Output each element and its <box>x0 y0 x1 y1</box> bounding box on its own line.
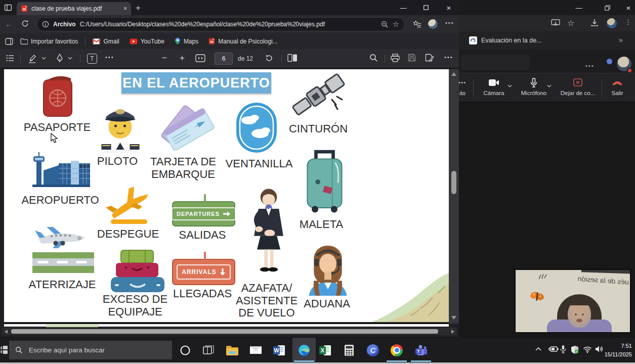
more-button[interactable]: ••• ás <box>455 77 470 96</box>
zoom-level-icon[interactable] <box>381 21 389 28</box>
meeting-header-strip: ••• <box>459 50 635 73</box>
tray-chevron-icon[interactable] <box>535 347 541 351</box>
search-input[interactable] <box>28 346 159 354</box>
chevron-down-icon[interactable] <box>41 57 46 60</box>
tray-microphone-icon[interactable] <box>560 345 566 353</box>
tab-close-icon[interactable]: × <box>123 5 127 12</box>
svg-text:T: T <box>417 349 420 354</box>
minimize-button[interactable]: — <box>396 1 411 14</box>
scroll-up-icon[interactable] <box>451 72 456 76</box>
task-view-button[interactable] <box>197 339 220 361</box>
fit-width-icon[interactable] <box>195 54 205 62</box>
taskbar-search[interactable] <box>9 341 172 359</box>
rotate-icon[interactable] <box>265 54 273 62</box>
file-explorer-button[interactable] <box>221 339 243 361</box>
back-icon[interactable]: ← <box>5 20 13 28</box>
favorite-star-icon[interactable]: ☆ <box>393 20 399 29</box>
bookmark-star-icon[interactable]: ☆ <box>567 18 574 28</box>
favorite-maps[interactable]: Maps <box>172 37 201 45</box>
horizontal-scroll-thumb[interactable] <box>11 329 438 334</box>
pdf-horizontal-scrollbar[interactable] <box>2 328 457 335</box>
maps-pin-icon <box>175 37 181 45</box>
zoom-in-icon[interactable]: + <box>180 53 185 63</box>
favorite-gmail[interactable]: Gmail <box>90 38 122 45</box>
page-view-icon[interactable] <box>287 54 298 62</box>
pdf-file-icon <box>208 38 215 44</box>
mail-button[interactable] <box>244 339 267 361</box>
navigation-bar: ← Archivo C:/Users/Usuario/Desktop/clase… <box>0 15 459 33</box>
favorites-bar: Importar favoritos Gmail YouTube Maps <box>0 33 459 49</box>
favorite-manual[interactable]: Manual de Psicologi... <box>205 38 280 45</box>
add-text-icon[interactable]: T <box>87 54 97 64</box>
highlighter-icon[interactable] <box>28 54 36 63</box>
cast-icon[interactable] <box>551 19 560 27</box>
collections-icon[interactable] <box>413 20 421 28</box>
meeting-restore-button[interactable] <box>600 1 615 14</box>
leave-button[interactable]: Salir <box>605 77 630 96</box>
meeting-minimize-button[interactable]: — <box>571 1 586 14</box>
chevron-down-icon[interactable] <box>68 57 72 60</box>
favorite-youtube[interactable]: YouTube <box>126 38 167 45</box>
settings-dots-icon[interactable]: ••• <box>445 20 454 26</box>
close-button[interactable]: × <box>441 1 456 14</box>
pen-icon[interactable] <box>56 54 64 63</box>
start-button[interactable] <box>1 346 8 354</box>
stop-sharing-label: Dejar de co... <box>561 90 595 96</box>
profile-avatar[interactable] <box>428 19 438 29</box>
maximize-button[interactable] <box>418 1 434 14</box>
page-number-input[interactable]: 6 <box>215 53 233 65</box>
save-as-icon[interactable] <box>425 54 434 62</box>
refresh-icon[interactable] <box>21 20 29 27</box>
workspaces-icon[interactable] <box>4 4 12 12</box>
arrivals-sign-text: ARRIVALS <box>182 268 216 276</box>
vertical-scroll-thumb[interactable] <box>451 171 456 194</box>
bookmarks-overflow-icon[interactable]: » <box>619 36 623 44</box>
favorite-label: YouTube <box>141 38 164 45</box>
meeting-more-dots-icon[interactable]: ••• <box>585 63 595 69</box>
camera-button[interactable]: Cámara <box>482 77 505 96</box>
c-app-button[interactable]: C <box>362 339 384 361</box>
more-options-icon[interactable]: ••• <box>444 54 453 60</box>
teams-button[interactable]: T <box>410 339 432 361</box>
cortana-button[interactable] <box>174 339 196 361</box>
sidebar-icon[interactable] <box>5 38 13 45</box>
airport-building-icon <box>29 149 92 193</box>
tray-wifi-icon[interactable] <box>583 346 592 353</box>
zoom-out-icon[interactable]: − <box>162 53 167 63</box>
excel-button[interactable]: X <box>314 339 336 361</box>
vocab-label: DESPEGUE <box>97 228 159 241</box>
tray-battery-icon[interactable] <box>548 346 559 352</box>
calculator-button[interactable] <box>338 339 360 361</box>
tray-clock[interactable]: 7:51 15/11/2025 <box>605 342 632 358</box>
tray-volume-icon[interactable] <box>595 345 604 353</box>
meeting-profile-avatar[interactable] <box>607 18 617 28</box>
favorite-import[interactable]: Importar favoritos <box>17 38 81 45</box>
camera-chevron-icon[interactable] <box>507 84 512 87</box>
scroll-left-icon[interactable] <box>5 330 8 334</box>
new-tab-button[interactable]: + <box>136 3 141 13</box>
print-icon[interactable] <box>391 54 400 62</box>
tray-security-shield-icon[interactable] <box>571 345 579 354</box>
webcam-preview[interactable]: ués de la sesión <box>515 269 631 333</box>
microphone-button[interactable]: Micrófono <box>519 77 549 96</box>
pdf-vertical-scrollbar[interactable] <box>449 69 459 324</box>
chrome-button[interactable] <box>386 339 408 361</box>
kebab-menu-icon[interactable]: ⋮ <box>625 18 631 26</box>
edge-button[interactable] <box>293 339 315 361</box>
download-icon[interactable] <box>590 19 599 27</box>
search-document-icon[interactable] <box>369 54 378 62</box>
bookmark-label[interactable]: Evaluación en la de... <box>481 37 542 44</box>
edge-active-underline <box>294 360 314 362</box>
word-button[interactable]: W <box>268 339 290 361</box>
meeting-close-button[interactable]: × <box>621 1 635 14</box>
file-info-icon[interactable] <box>42 21 49 28</box>
address-bar[interactable]: Archivo C:/Users/Usuario/Desktop/clases%… <box>36 17 405 31</box>
browser-tab[interactable]: clase de prueba viajes.pdf × <box>17 2 131 15</box>
microphone-chevron-icon[interactable] <box>547 84 552 87</box>
stop-sharing-button[interactable]: Dejar de co... <box>555 77 601 96</box>
toc-icon[interactable] <box>6 55 14 62</box>
more-tools-icon[interactable]: ••• <box>105 54 114 60</box>
scroll-right-icon[interactable] <box>451 330 454 334</box>
scroll-down-icon[interactable] <box>451 316 456 320</box>
save-icon[interactable] <box>408 54 416 62</box>
